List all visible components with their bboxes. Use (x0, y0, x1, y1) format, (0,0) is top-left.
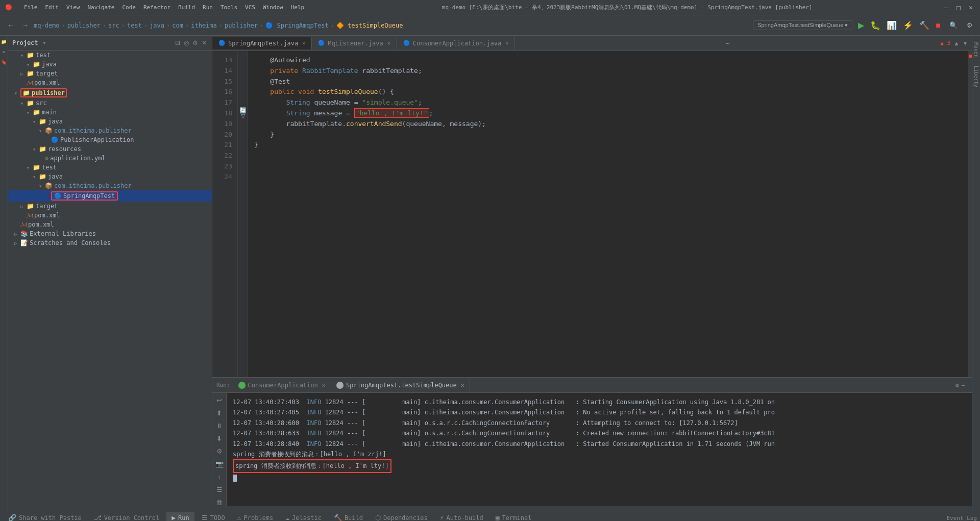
collapse-editor-button[interactable]: ▲ (952, 39, 961, 48)
bottom-tab-problems[interactable]: ⚠ Problems (232, 512, 279, 521)
locate-button[interactable]: ◎ (183, 38, 190, 47)
bottom-tab-todo[interactable]: ☰ TODO (197, 512, 230, 521)
close-run-panel-button[interactable]: — (959, 379, 968, 391)
close-run-tab-consumer[interactable]: ✕ (322, 382, 326, 389)
menu-code[interactable]: Code (122, 4, 136, 11)
close-button[interactable]: ✕ (967, 4, 975, 12)
menu-run[interactable]: Run (203, 4, 213, 11)
menu-help[interactable]: Help (291, 4, 305, 11)
filter-button[interactable]: ☰ (215, 484, 224, 495)
trash-button[interactable]: 🗑 (214, 497, 224, 506)
menu-navigate[interactable]: Navigate (88, 4, 115, 11)
tree-item-yml[interactable]: ⚙ application.yml (8, 154, 212, 163)
bottom-tab-build[interactable]: 🔨 Build (329, 512, 368, 521)
bottom-tab-jelastic[interactable]: ☁ Jelastic (280, 512, 327, 521)
close-run-tab-springamqp[interactable]: ✕ (461, 382, 464, 389)
maximize-button[interactable]: □ (954, 4, 963, 12)
tree-item-pom3[interactable]: 𝓜 pom.xml (8, 220, 212, 229)
breadcrumb-mq-demo[interactable]: mq-demo (34, 22, 60, 29)
profile-button[interactable]: ⚡ (900, 19, 916, 32)
tabs-more-button[interactable]: ⋯ (723, 37, 732, 49)
close-tab-springamqptest[interactable]: ✕ (302, 40, 305, 46)
run-test-down[interactable]: ▽ (239, 113, 247, 119)
tab-springamqptest[interactable]: 🔵 SpringAmqpTest.java ✕ (212, 37, 312, 49)
stop-run-button[interactable]: ⬆ (215, 408, 224, 418)
tree-item-test2[interactable]: ▾ 📁 test (8, 163, 212, 172)
toolbar-forward-button[interactable]: → (19, 19, 32, 31)
collapse-all-button[interactable]: ⊟ (174, 38, 181, 47)
tree-item-java[interactable]: ▾ 📁 java (8, 60, 212, 69)
run-settings-btn[interactable]: ⚙ (215, 446, 224, 457)
tree-item-extlibs[interactable]: ▷ 📚 External Libraries (8, 229, 212, 238)
toolbar-back-button[interactable]: ← (4, 19, 17, 31)
menu-vcs[interactable]: VCS (245, 4, 255, 11)
project-icon[interactable]: 📁 (0, 37, 8, 46)
stop-button[interactable]: ■ (933, 19, 943, 32)
tab-mqlistener[interactable]: 🔵 MqListener.java ✕ (312, 37, 397, 49)
run-config-selector[interactable]: SpringAmqpTest.testSimpleQueue ▾ (753, 20, 852, 30)
bottom-tab-share[interactable]: 🔗 Share with Pastie (3, 512, 87, 521)
run-button[interactable]: ▶ (855, 19, 867, 32)
run-tab-consumer[interactable]: ConsumerApplication ✕ (233, 379, 332, 391)
breadcrumb-publisher2[interactable]: publisher (225, 22, 258, 29)
menu-view[interactable]: View (66, 4, 80, 11)
tree-item-target2[interactable]: ▷ 📁 target (8, 202, 212, 211)
breadcrumb-test[interactable]: test (127, 22, 142, 29)
close-tab-consumerapplication[interactable]: ✕ (505, 40, 508, 46)
settings-button[interactable]: ⚙ (964, 19, 976, 31)
tree-item-pom2[interactable]: 𝓜 pom.xml (8, 211, 212, 220)
run-tab-springamqp[interactable]: SpringAmqpTest.testSimpleQueue ✕ (331, 379, 470, 391)
menu-refactor[interactable]: Refactor (143, 4, 170, 11)
breadcrumb-java[interactable]: java (150, 22, 164, 29)
breadcrumb-publisher[interactable]: publisher (67, 22, 101, 29)
tree-item-scratches[interactable]: ▷ 📝 Scratches and Consoles (8, 238, 212, 247)
menu-window[interactable]: Window (263, 4, 283, 11)
tree-item-main[interactable]: ▾ 📁 main (8, 108, 212, 117)
tree-item-com-publisher2[interactable]: ▾ 📦 com.itheima.publisher (8, 181, 212, 190)
tree-item-com-publisher[interactable]: ▾ 📦 com.itheima.publisher (8, 126, 212, 135)
tree-item-java2[interactable]: ▾ 📁 java (8, 117, 212, 126)
menu-build[interactable]: Build (178, 4, 195, 11)
gear-button[interactable]: ⚙ (191, 38, 199, 47)
event-log[interactable]: Event Log (946, 514, 977, 522)
coverage-button[interactable]: 📊 (884, 19, 899, 32)
minimize-button[interactable]: — (942, 4, 950, 12)
liberty-icon[interactable]: Liberty (972, 62, 980, 91)
bottom-tab-vcs[interactable]: ⎇ Version Control (89, 512, 164, 521)
structure-icon[interactable]: ≡ (2, 47, 6, 57)
bottom-tab-dependencies[interactable]: ⬡ Dependencies (370, 512, 433, 521)
tree-item-resources[interactable]: ▾ 📁 resources (8, 144, 212, 154)
error-marker[interactable] (969, 55, 972, 58)
close-panel-button[interactable]: ✕ (201, 38, 208, 47)
tree-item-pom[interactable]: 𝓜 pom.xml (8, 78, 212, 87)
tree-item-publisher[interactable]: ▾ 📁 publisher (8, 87, 212, 98)
breadcrumb-itheima[interactable]: itheima (191, 22, 217, 29)
expand-editor-button[interactable]: ▾ (963, 39, 968, 48)
tab-consumerapplication[interactable]: 🔵 ConsumerApplication.java ✕ (397, 37, 515, 49)
camera-button[interactable]: 📷 (214, 459, 225, 469)
bottom-tab-terminal[interactable]: ▣ Terminal (491, 512, 537, 521)
menu-bar[interactable]: File Edit View Navigate Code Refactor Bu… (24, 4, 304, 11)
maven-icon[interactable]: Maven (972, 38, 980, 62)
tree-item-src[interactable]: ▾ 📁 src (8, 98, 212, 108)
tree-item-java3[interactable]: ▾ 📁 java (8, 172, 212, 181)
console-scrollbar[interactable] (212, 506, 972, 510)
breadcrumb-testsimplequeue[interactable]: 🔶 testSimpleQueue (336, 22, 403, 29)
search-everywhere-button[interactable]: 🔍 (946, 19, 961, 31)
code-editor[interactable]: @Autowired private RabbitTemplate rabbit… (248, 51, 968, 377)
bookmarks-icon[interactable]: 🔖 (0, 58, 8, 67)
window-controls[interactable]: — □ ✕ (942, 4, 975, 12)
run-settings-button[interactable]: ⚙ (955, 382, 959, 389)
menu-file[interactable]: File (24, 4, 38, 11)
breadcrumb-src[interactable]: src (108, 22, 119, 29)
tree-item-publisherapp[interactable]: 🔵 PublisherApplication (8, 135, 212, 144)
tree-item-springamqptest[interactable]: 🔵 SpringAmqpTest (8, 190, 212, 202)
pause-button[interactable]: ⏸ (214, 420, 224, 431)
tree-item-target[interactable]: ▷ 📁 target (8, 69, 212, 78)
close-tab-mqlistener[interactable]: ✕ (387, 40, 390, 46)
bottom-tab-autobuild[interactable]: ⚡ Auto-build (435, 512, 488, 521)
run-gutter-btn[interactable]: 🔄 ▽ (239, 108, 247, 119)
breadcrumb-com[interactable]: com (172, 22, 183, 29)
breadcrumb-springamqptest[interactable]: 🔵 SpringAmqpTest (265, 22, 328, 29)
debug-button[interactable]: 🐛 (868, 19, 883, 32)
